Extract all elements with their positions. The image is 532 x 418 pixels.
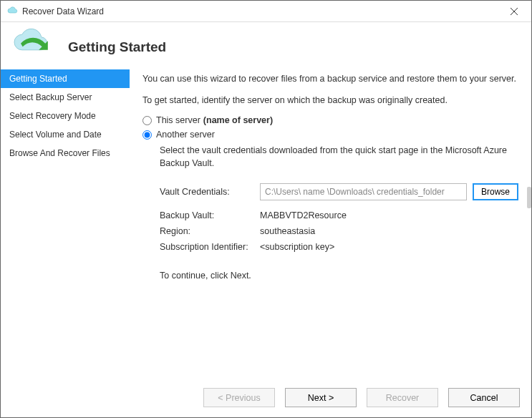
vault-credentials-input[interactable] xyxy=(260,183,467,200)
next-button[interactable]: Next > xyxy=(285,388,357,407)
radio-row-another-server[interactable]: Another server xyxy=(142,130,518,140)
backup-vault-row: Backup Vault: MABBVTD2Resource xyxy=(160,210,518,220)
backup-vault-value: MABBVTD2Resource xyxy=(260,210,518,220)
radio-this-server[interactable] xyxy=(142,116,152,125)
window-title: Recover Data Wizard xyxy=(22,6,104,16)
scrollbar-thumb[interactable] xyxy=(527,187,531,208)
vault-credentials-label: Vault Credentials: xyxy=(160,187,260,197)
continue-hint: To continue, click Next. xyxy=(160,269,518,282)
region-label: Region: xyxy=(160,226,260,236)
radio-another-label: Another server xyxy=(156,130,215,140)
vault-credentials-row: Vault Credentials: Browse xyxy=(160,183,518,200)
close-button[interactable] xyxy=(500,1,528,21)
radio-row-this-server[interactable]: This server (name of server) xyxy=(142,115,518,125)
subscription-id-row: Subscription Identifier: <subscription k… xyxy=(160,242,518,252)
wizard-header: Getting Started xyxy=(1,22,531,65)
subscription-id-value: <subscription key> xyxy=(260,242,518,252)
step-select-volume-date[interactable]: Select Volume and Date xyxy=(1,125,130,144)
browse-button[interactable]: Browse xyxy=(473,183,518,200)
identify-text: To get started, identify the server on w… xyxy=(142,94,518,107)
step-getting-started[interactable]: Getting Started xyxy=(1,69,130,88)
radio-this-label: This server xyxy=(156,115,200,125)
vault-instructions: Select the vault credentials downloaded … xyxy=(160,144,518,170)
region-value: southeastasia xyxy=(260,226,518,236)
cloud-arrow-icon xyxy=(8,28,59,57)
step-sidebar: Getting Started Select Backup Server Sel… xyxy=(1,65,130,381)
page-title: Getting Started xyxy=(68,39,166,55)
wizard-footer: < Previous Next > Recover Cancel xyxy=(1,381,531,417)
step-select-recovery-mode[interactable]: Select Recovery Mode xyxy=(1,107,130,125)
recover-button: Recover xyxy=(367,388,438,407)
backup-vault-label: Backup Vault: xyxy=(160,210,260,220)
cancel-button[interactable]: Cancel xyxy=(448,388,520,407)
radio-this-server-name: (name of server) xyxy=(203,115,273,125)
radio-another-server[interactable] xyxy=(142,130,152,140)
wizard-content: You can use this wizard to recover files… xyxy=(130,65,531,381)
app-cloud-icon xyxy=(6,6,18,17)
wizard-body: Getting Started Select Backup Server Sel… xyxy=(1,65,531,381)
step-select-backup-server[interactable]: Select Backup Server xyxy=(1,88,130,107)
step-browse-recover-files[interactable]: Browse And Recover Files xyxy=(1,144,130,162)
intro-text: You can use this wizard to recover files… xyxy=(142,72,518,85)
region-row: Region: southeastasia xyxy=(160,226,518,236)
titlebar: Recover Data Wizard xyxy=(1,1,531,22)
subscription-id-label: Subscription Identifier: xyxy=(160,242,260,252)
previous-button: < Previous xyxy=(203,388,275,407)
